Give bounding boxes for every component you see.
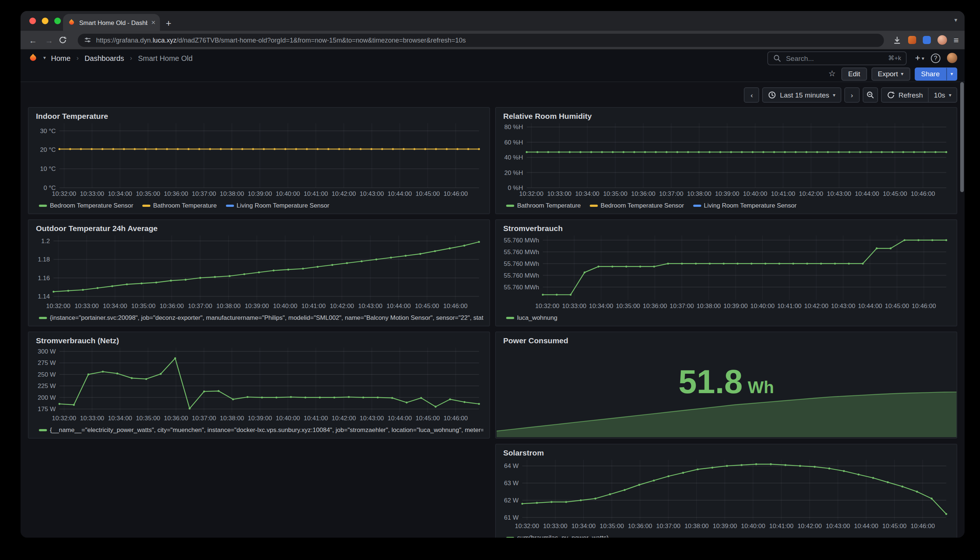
svg-text:10:45:00: 10:45:00 bbox=[885, 303, 909, 310]
refresh-interval-label: 10s bbox=[934, 91, 945, 98]
legend-item[interactable]: luca_wohnung bbox=[506, 313, 557, 322]
help-icon[interactable]: ? bbox=[931, 53, 940, 63]
svg-text:10:38:00: 10:38:00 bbox=[217, 303, 241, 310]
svg-text:10:37:00: 10:37:00 bbox=[192, 415, 216, 422]
svg-text:10:39:00: 10:39:00 bbox=[248, 190, 272, 197]
export-button[interactable]: Export ▾ bbox=[871, 67, 910, 80]
chevron-down-icon[interactable]: ▾ bbox=[43, 55, 46, 61]
search-placeholder: Search... bbox=[786, 54, 814, 62]
panel-title[interactable]: Stromverbrauch bbox=[502, 224, 951, 235]
humidity-chart[interactable]: 0 %H20 %H40 %H60 %H80 %H10:32:0010:33:00… bbox=[502, 123, 951, 200]
legend-color-chip bbox=[225, 204, 233, 207]
panel-title[interactable]: Outdoor Temperatur 24h Average bbox=[35, 224, 483, 235]
svg-text:10:34:00: 10:34:00 bbox=[572, 523, 596, 530]
share-button[interactable]: Share bbox=[914, 67, 946, 80]
new-button[interactable]: + ▾ bbox=[915, 53, 924, 62]
svg-text:55.760 MWh: 55.760 MWh bbox=[504, 284, 539, 291]
svg-text:61 W: 61 W bbox=[504, 514, 518, 521]
legend-item[interactable]: Living Room Temperature Sensor bbox=[693, 201, 797, 210]
panel-title[interactable]: Solarstrom bbox=[502, 448, 951, 460]
minimize-window-button[interactable] bbox=[42, 18, 48, 24]
time-back-button[interactable]: ‹ bbox=[744, 87, 760, 102]
legend-color-chip bbox=[142, 204, 150, 207]
browser-menu-icon[interactable]: ≡ bbox=[953, 35, 959, 44]
legend-item[interactable]: Bedroom Temperature Sensor bbox=[590, 201, 684, 210]
svg-text:20 %H: 20 %H bbox=[504, 170, 523, 177]
time-forward-button[interactable]: › bbox=[844, 87, 860, 102]
panel-title[interactable]: Power Consumed bbox=[502, 336, 951, 348]
close-window-button[interactable] bbox=[29, 18, 36, 24]
address-bar[interactable]: https://grafana.dyn.luca.xyz/d/nadZ76TVB… bbox=[78, 33, 884, 47]
url-path: /d/nadZ76TVB/smart-home-old?orgId=1&from… bbox=[177, 36, 466, 43]
panel-outdoor-temperature-average: Outdoor Temperatur 24h Average 1.141.161… bbox=[28, 219, 490, 327]
chevron-down-icon: ▾ bbox=[833, 92, 835, 97]
legend-item[interactable]: {__name__="electricity_power_watts", cit… bbox=[39, 425, 483, 434]
panel-title[interactable]: Relative Room Humidity bbox=[502, 112, 951, 123]
grafana-logo[interactable] bbox=[28, 53, 38, 63]
extension-icon-2[interactable] bbox=[923, 36, 931, 44]
breadcrumb-dashboards[interactable]: Dashboards bbox=[84, 54, 124, 62]
legend-label: Living Room Temperature Sensor bbox=[704, 202, 797, 209]
legend-item[interactable]: Bathroom Temperature bbox=[506, 201, 581, 210]
scrollbar-thumb[interactable] bbox=[960, 82, 964, 192]
extension-icon-1[interactable] bbox=[908, 36, 916, 44]
tab-close-icon[interactable]: × bbox=[151, 19, 155, 26]
breadcrumb-current: Smart Home Old bbox=[138, 54, 193, 62]
legend-item[interactable]: Bathroom Temperature bbox=[142, 201, 217, 210]
refresh-button[interactable]: Refresh bbox=[881, 87, 929, 102]
share-menu-button[interactable]: ▾ bbox=[946, 67, 957, 80]
favorite-star-icon[interactable]: ☆ bbox=[828, 69, 836, 78]
edit-button[interactable]: Edit bbox=[842, 67, 867, 80]
legend-item[interactable]: sum(braumilas_pv_power_watts) bbox=[506, 533, 608, 538]
panel-relative-room-humidity: Relative Room Humidity 0 %H20 %H40 %H60 … bbox=[495, 107, 957, 214]
legend-label: {instance="portainer.svc:20098", job="de… bbox=[50, 314, 483, 321]
legend-item[interactable]: Bedroom Temperature Sensor bbox=[39, 201, 133, 210]
legend-item[interactable]: {instance="portainer.svc:20098", job="de… bbox=[39, 313, 483, 322]
zoom-out-button[interactable] bbox=[863, 87, 878, 102]
svg-text:80 %H: 80 %H bbox=[504, 123, 523, 130]
zoom-window-button[interactable] bbox=[54, 18, 61, 24]
svg-text:10:37:00: 10:37:00 bbox=[659, 190, 683, 197]
legend-label: {__name__="electricity_power_watts", cit… bbox=[50, 426, 483, 433]
svg-text:10:44:00: 10:44:00 bbox=[858, 303, 882, 310]
svg-text:175 W: 175 W bbox=[38, 406, 56, 413]
browser-tab[interactable]: Smart Home Old - Dashboards × bbox=[63, 14, 160, 31]
svg-text:10:34:00: 10:34:00 bbox=[108, 190, 132, 197]
legend-item[interactable]: Living Room Temperature Sensor bbox=[225, 201, 329, 210]
stromverbrauch-netz-chart[interactable]: 175 W200 W225 W250 W275 W300 W10:32:0010… bbox=[35, 348, 483, 424]
outdoor-temperature-chart[interactable]: 1.141.161.181.210:32:0010:33:0010:34:001… bbox=[35, 235, 483, 312]
svg-text:10:39:00: 10:39:00 bbox=[723, 303, 747, 310]
time-range-button[interactable]: Last 15 minutes ▾ bbox=[763, 87, 842, 102]
svg-text:10:38:00: 10:38:00 bbox=[697, 303, 721, 310]
svg-text:10:39:00: 10:39:00 bbox=[245, 303, 269, 310]
scrollbar bbox=[960, 51, 964, 537]
panel-title[interactable]: Indoor Temperature bbox=[35, 112, 483, 123]
legend-color-chip bbox=[39, 429, 47, 431]
breadcrumb-home[interactable]: Home bbox=[51, 54, 70, 62]
panel-title[interactable]: Stromverbrauch (Netz) bbox=[35, 336, 483, 348]
svg-text:10:43:00: 10:43:00 bbox=[358, 303, 382, 310]
svg-text:10:46:00: 10:46:00 bbox=[912, 303, 936, 310]
user-avatar[interactable] bbox=[947, 53, 957, 63]
solarstrom-chart[interactable]: 61 W62 W63 W64 W10:32:0010:33:0010:34:00… bbox=[502, 460, 951, 532]
forward-button[interactable]: → bbox=[43, 35, 56, 44]
indoor-temperature-chart[interactable]: 0 °C10 °C20 °C30 °C10:32:0010:33:0010:34… bbox=[35, 123, 483, 200]
svg-text:10:36:00: 10:36:00 bbox=[631, 190, 655, 197]
tab-search-chevron-icon[interactable]: ▾ bbox=[954, 17, 957, 23]
svg-text:55.760 MWh: 55.760 MWh bbox=[504, 272, 539, 279]
svg-text:10:45:00: 10:45:00 bbox=[415, 415, 440, 422]
search-input[interactable]: Search... ⌘+k bbox=[768, 51, 907, 65]
back-button[interactable]: ← bbox=[27, 35, 40, 44]
svg-text:225 W: 225 W bbox=[38, 383, 56, 390]
site-info-icon[interactable] bbox=[83, 36, 92, 44]
svg-text:10:36:00: 10:36:00 bbox=[164, 190, 188, 197]
svg-text:10:35:00: 10:35:00 bbox=[600, 523, 624, 530]
svg-text:10:33:00: 10:33:00 bbox=[80, 415, 104, 422]
browser-profile-avatar[interactable] bbox=[937, 35, 947, 45]
new-tab-button[interactable]: + bbox=[166, 18, 171, 28]
svg-text:10:32:00: 10:32:00 bbox=[46, 303, 70, 310]
reload-button[interactable] bbox=[59, 36, 72, 44]
stromverbrauch-chart[interactable]: 55.760 MWh55.760 MWh55.760 MWh55.760 MWh… bbox=[502, 235, 951, 312]
download-icon[interactable] bbox=[893, 35, 902, 44]
refresh-interval-button[interactable]: 10s ▾ bbox=[928, 87, 957, 102]
